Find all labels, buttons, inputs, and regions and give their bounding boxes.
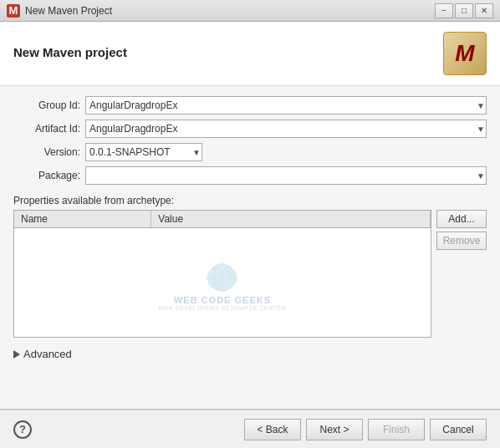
finish-button[interactable]: Finish [368, 419, 425, 440]
value-header: Value [151, 211, 431, 227]
minimize-button[interactable]: − [435, 3, 453, 18]
empty-rows [14, 228, 431, 337]
package-label: Package: [13, 170, 80, 181]
spacer [0, 367, 500, 409]
table-header: Name Value [14, 211, 431, 228]
help-button[interactable]: ? [13, 420, 32, 439]
group-id-wrapper: ▼ [85, 96, 487, 115]
group-id-label: Group Id: [13, 99, 80, 111]
artifact-id-row: Artifact Id: ▼ [13, 120, 487, 138]
title-bar-text: New Maven Project [25, 5, 435, 17]
package-wrapper: ▼ [85, 166, 487, 185]
artifact-id-label: Artifact Id: [13, 123, 80, 135]
bottom-buttons: < Back Next > Finish Cancel [244, 419, 487, 440]
properties-container: Name Value [13, 210, 487, 338]
maximize-button[interactable]: □ [455, 3, 473, 18]
table-buttons: Add... Remove [436, 210, 487, 338]
maven-icon [443, 32, 487, 75]
advanced-toggle[interactable]: Advanced [13, 348, 487, 360]
artifact-id-input[interactable] [85, 120, 487, 138]
version-row: Version: 0.0.1-SNAPSHOT ▼ [13, 143, 487, 161]
advanced-label: Advanced [23, 348, 72, 360]
back-button[interactable]: < Back [244, 419, 301, 440]
name-header: Name [14, 211, 151, 227]
package-input[interactable] [85, 166, 487, 185]
version-label: Version: [13, 146, 80, 158]
table-body: WEB CODE GEEKS WEB DEVELOPERS RESOURCE C… [14, 228, 431, 337]
dialog-header: New Maven project [0, 22, 500, 86]
properties-section: Properties available from archetype: Nam… [0, 191, 500, 344]
dialog-content: New Maven project Group Id: ▼ Artifact I… [0, 22, 500, 448]
version-wrapper: 0.0.1-SNAPSHOT ▼ [85, 143, 202, 161]
package-row: Package: ▼ [13, 166, 487, 185]
remove-property-button[interactable]: Remove [436, 232, 487, 250]
title-bar-controls: − □ ✕ [435, 3, 493, 18]
properties-table: Name Value [13, 210, 431, 338]
properties-label: Properties available from archetype: [13, 195, 487, 206]
title-bar: M New Maven Project − □ ✕ [0, 0, 500, 22]
bottom-bar: ? < Back Next > Finish Cancel [0, 410, 500, 448]
advanced-section: Advanced [0, 344, 500, 367]
cancel-button[interactable]: Cancel [430, 419, 487, 440]
next-button[interactable]: Next > [306, 419, 363, 440]
close-button[interactable]: ✕ [475, 3, 493, 18]
group-id-input[interactable] [85, 96, 487, 115]
version-select[interactable]: 0.0.1-SNAPSHOT [85, 143, 202, 161]
form-area: Group Id: ▼ Artifact Id: ▼ Version: 0.0.… [0, 86, 500, 191]
advanced-expand-icon [13, 350, 20, 359]
app-icon: M [7, 4, 20, 18]
dialog-title-section: New Maven project [13, 45, 127, 63]
artifact-id-wrapper: ▼ [85, 120, 487, 138]
group-id-row: Group Id: ▼ [13, 96, 487, 115]
dialog-main-title: New Maven project [13, 45, 127, 59]
add-property-button[interactable]: Add... [436, 210, 487, 228]
